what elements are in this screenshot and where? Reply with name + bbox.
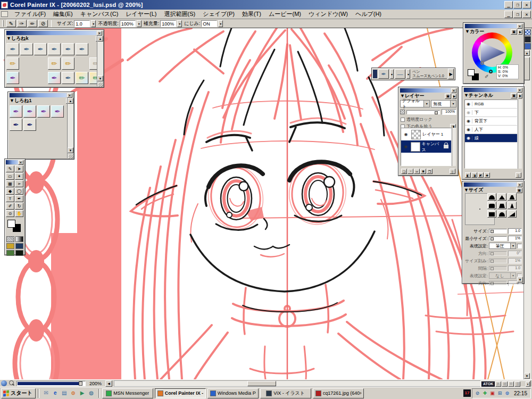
propbar-field-value[interactable]: ON — [201, 20, 217, 27]
shape-select-tool[interactable]: ➢ — [15, 180, 23, 187]
tray-icon-1[interactable]: ⊘ — [475, 390, 480, 396]
palette-title[interactable]: ▼チャンネル — [464, 92, 493, 99]
brush-variant-button[interactable]: ✒ — [37, 105, 50, 118]
spinner-icon[interactable]: ▾ — [137, 20, 142, 27]
channel-row[interactable]: ◉下 — [465, 109, 517, 117]
delete-layer-icon[interactable]: ▯ — [450, 169, 455, 174]
layer-row[interactable]: ◉レイヤー 1 — [401, 128, 451, 140]
grabber-tool[interactable]: ✋ — [15, 210, 23, 217]
drawer-icon[interactable] — [1, 380, 7, 386]
vertical-scrollbar[interactable]: ▲ ▼ — [523, 28, 531, 379]
close-icon[interactable]: ✕ — [517, 182, 522, 187]
visibility-eye-icon[interactable]: ◉ — [402, 144, 409, 149]
main-color-swatch[interactable] — [468, 69, 475, 76]
invert-channel-icon[interactable]: ◩ — [478, 172, 484, 178]
visibility-eye-icon[interactable]: ◉ — [402, 132, 410, 137]
new-mask-icon[interactable]: ◙ — [420, 169, 426, 174]
new-watercolor-layer-icon[interactable]: ◔ — [408, 169, 413, 174]
magnifier-tool[interactable]: ⊙ — [6, 210, 14, 217]
visibility-eye-icon[interactable]: ◉ — [465, 102, 472, 106]
taskbar-task[interactable]: cq17261.jpg (640×480 2... — [313, 388, 364, 398]
new-liquid-ink-layer-icon[interactable]: ✑ — [414, 169, 420, 174]
resize-grip[interactable] — [98, 82, 103, 87]
menu-item[interactable]: 編集(E) — [49, 9, 77, 19]
close-icon[interactable]: ✕ — [517, 24, 522, 29]
rect-select-tool[interactable]: ▭ — [6, 173, 14, 180]
save-selection-icon[interactable]: ◨ — [471, 172, 477, 178]
dock-weave-icon[interactable] — [525, 43, 531, 49]
dock-pattern-icon[interactable] — [525, 29, 531, 36]
brush-variant-button[interactable]: ✒ — [48, 72, 61, 84]
hscroll-thumb[interactable] — [247, 381, 276, 386]
channel-row[interactable]: ◉線 — [465, 134, 517, 143]
menu-item[interactable]: ヘルプ(H) — [352, 9, 385, 19]
new-channel-icon[interactable]: ✚ — [484, 172, 490, 178]
brush-variant-button[interactable]: ✒ — [62, 72, 74, 84]
media-quicklaunch-icon[interactable]: ⊙ — [70, 389, 77, 397]
brush-category[interactable]: ペン — [412, 70, 447, 74]
brush-variant-button[interactable]: ✏ — [48, 57, 61, 70]
palette-title[interactable]: ▼しろねk — [6, 35, 29, 42]
flyout-arrow-icon[interactable]: ▶ — [448, 69, 454, 79]
ime-mode-button[interactable]: 連 — [502, 381, 508, 387]
flyout-arrow-icon[interactable]: ▶ — [518, 93, 522, 98]
oval-shape-tool[interactable]: ◯ — [15, 188, 23, 195]
toolbox-drag-strip[interactable] — [6, 160, 19, 164]
crop-tool[interactable]: ▦ — [6, 180, 14, 187]
rotate-page-tool[interactable]: ↻ — [15, 203, 23, 210]
chevron-down-icon[interactable]: ▾ — [390, 69, 394, 79]
close-button[interactable]: ✕ — [522, 1, 531, 9]
menu-item[interactable]: ファイル(F) — [11, 9, 49, 19]
visibility-eye-icon[interactable]: ◉ — [465, 110, 472, 115]
taskbar-task[interactable]: Corel Painter IX - [... — [155, 388, 206, 398]
flyout-arrow-icon[interactable]: ▶ — [518, 29, 522, 35]
brush-variant-button[interactable]: ✒ — [34, 43, 47, 55]
spinner-icon[interactable]: ▾ — [177, 20, 182, 27]
menu-item[interactable]: シェイプ(P) — [199, 9, 238, 19]
foreground-color-swatch[interactable] — [7, 220, 15, 228]
zoom-slider[interactable] — [16, 381, 86, 386]
brush-variant-button[interactable]: ✒ — [23, 105, 36, 118]
layer-adjuster-tool[interactable]: ➤ — [15, 165, 23, 172]
list-scrollbar[interactable] — [518, 99, 522, 169]
delete-channel-icon[interactable]: ▯ — [516, 172, 521, 178]
visibility-eye-icon[interactable]: ◉ — [465, 127, 472, 132]
tray-icon-3[interactable]: ▣ — [489, 390, 495, 396]
palette-drag-strip[interactable] — [6, 31, 96, 35]
scroll-down-icon[interactable]: ▼ — [524, 373, 530, 379]
close-icon[interactable]: ✕ — [451, 88, 456, 93]
paper-selector[interactable] — [6, 236, 14, 242]
layer-row[interactable]: ◉キャンバス — [401, 140, 451, 153]
propbar-field-value[interactable]: 100% — [160, 20, 176, 27]
player-quicklaunch-icon[interactable]: ▶ — [79, 389, 86, 397]
composite-depth-dropdown[interactable]: 無視▾ — [431, 100, 456, 107]
show-desktop-icon[interactable]: ▤ — [61, 389, 68, 397]
menu-item[interactable]: ムービー(M) — [265, 9, 305, 19]
taskbar-task[interactable]: Windows Media Player — [207, 388, 259, 398]
expression-checkbox[interactable] — [517, 244, 522, 248]
visibility-eye-icon[interactable]: ◉ — [465, 136, 472, 140]
vscroll-thumb[interactable] — [524, 57, 530, 80]
horizontal-scrollbar[interactable] — [114, 380, 522, 387]
resize-grip[interactable] — [69, 154, 73, 159]
stroke-preview-icon[interactable]: — — [395, 69, 405, 79]
brush-ghost-icon[interactable]: ✎ — [6, 20, 16, 27]
scroll-up-icon[interactable]: ▲ — [97, 36, 103, 41]
nozzle-selector[interactable] — [15, 250, 23, 256]
tray-icon-2[interactable]: ✚ — [482, 390, 488, 396]
pen-tool[interactable]: ✒ — [15, 195, 23, 202]
scroll-down-icon[interactable]: ▼ — [517, 277, 523, 282]
close-icon[interactable]: ✕ — [18, 160, 23, 165]
close-icon[interactable]: ✕ — [67, 93, 72, 98]
palette-menu-icon[interactable]: ▣ — [511, 29, 517, 35]
scroll-left-icon[interactable]: ◀ — [105, 380, 112, 387]
propbar-grip[interactable] — [2, 20, 4, 27]
dab-profile-button[interactable] — [497, 193, 506, 201]
list-scrollbar[interactable] — [452, 128, 456, 166]
channel-row[interactable]: ◉人下 — [465, 126, 517, 134]
paint-bucket-tool[interactable]: ◆ — [6, 188, 14, 195]
dab-profile-button[interactable] — [508, 202, 517, 209]
brush-variant-button[interactable]: ✒ — [51, 105, 64, 118]
composite-method-dropdown[interactable]: デフォルト▾ — [400, 100, 430, 107]
layer-opacity-slider[interactable] — [406, 110, 440, 114]
